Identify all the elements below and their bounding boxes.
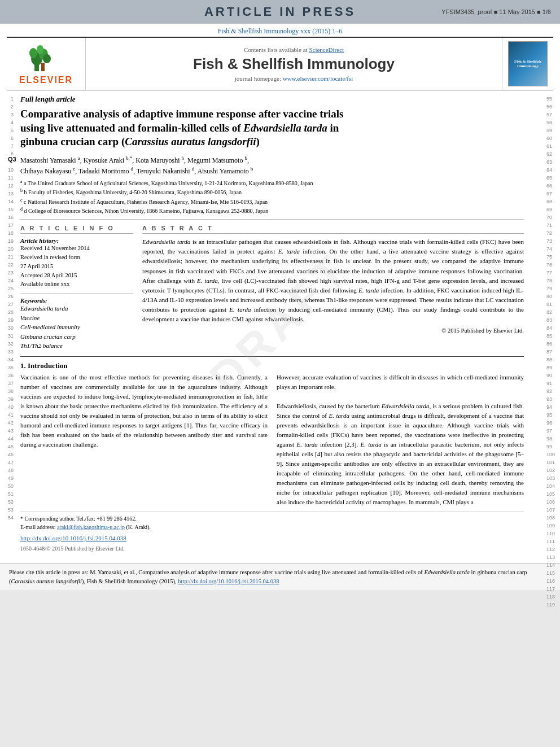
line-number-118: 118	[546, 593, 555, 601]
line-number-62: 62	[546, 150, 552, 158]
line-number-71: 71	[546, 221, 552, 229]
line-number-105: 105	[546, 490, 555, 498]
line-number-94: 94	[546, 403, 552, 411]
line-number-61: 61	[546, 142, 552, 150]
info-divider	[20, 293, 133, 294]
keyword-1: Edwardsiella tarda	[20, 304, 133, 313]
science-direct-link[interactable]: ScienceDirect	[309, 46, 344, 53]
line-number-32: 32	[8, 340, 14, 348]
line-number-25: 25	[8, 285, 14, 292]
line-number-79: 79	[546, 285, 552, 292]
line-number-65: 65	[546, 174, 552, 182]
line-number-43: 43	[8, 427, 14, 435]
email-link[interactable]: araki@fish.kagoshima-u.ac.jp	[57, 524, 125, 530]
abstract-text: Edwardsiella tarda is an intracellular p…	[142, 237, 524, 324]
line-number-64: 64	[546, 166, 552, 174]
line-number-36: 36	[8, 372, 14, 379]
line-number-86: 86	[546, 340, 552, 348]
line-number-37: 37	[8, 379, 14, 387]
journal-homepage-link[interactable]: www.elsevier.com/locate/fsi	[283, 75, 353, 82]
affiliation-a: a a The United Graduate School of Agricu…	[20, 178, 524, 187]
citation-doi-link[interactable]: http://dx.doi.org/10.1016/j.fsi.2015.04.…	[178, 578, 279, 584]
intro-body: Vaccination is one of the most effective…	[20, 373, 524, 508]
line-number-18: 18	[8, 229, 14, 237]
line-number-106: 106	[546, 498, 555, 506]
journal-link-bar: Fish & Shellfish Immunology xxx (2015) 1…	[0, 24, 560, 37]
line-number-109: 109	[546, 522, 555, 530]
line-number-23: 23	[8, 269, 14, 277]
abstract-header: A B S T R A C T	[142, 225, 524, 234]
line-number-47: 47	[8, 458, 14, 466]
intro-heading: 1. Introduction	[20, 361, 524, 370]
line-number-22: 22	[8, 261, 14, 269]
email-note: E-mail address: araki@fish.kagoshima-u.a…	[20, 523, 524, 531]
line-number-115: 115	[546, 569, 555, 577]
journal-header-left: ELSEVIER	[7, 38, 86, 90]
line-number-100: 100	[546, 451, 555, 458]
svg-point-4	[37, 45, 43, 54]
line-number-14: 14	[8, 198, 14, 206]
line-number-24: 24	[8, 277, 14, 285]
page-wrapper: ARTICLE IN PRESS YFSIM3435_proof ■ 11 Ma…	[0, 0, 560, 590]
line-number-26: 26	[8, 292, 14, 300]
line-number-119: 119	[546, 601, 555, 609]
intro-col1: Vaccination is one of the most effective…	[20, 373, 268, 508]
journal-citation: Fish & Shellfish Immunology xxx (2015) 1…	[218, 27, 343, 35]
corresponding-note: * Corresponding author. Tel./fax: +81 99…	[20, 514, 524, 523]
affiliation-b: b b Faculty of Fisheries, Kagoshima Univ…	[20, 187, 524, 196]
line-number-48: 48	[8, 466, 14, 474]
line-number-101: 101	[546, 458, 555, 466]
line-number-33: 33	[8, 348, 14, 356]
line-number-102: 102	[546, 466, 555, 474]
line-number-97: 97	[546, 427, 552, 435]
line-number-103: 103	[546, 474, 555, 482]
line-number-69: 69	[546, 206, 552, 213]
line-number-54: 54	[8, 514, 14, 522]
line-number-30: 30	[8, 324, 14, 332]
line-number-60: 60	[546, 134, 552, 142]
article-in-press-banner: ARTICLE IN PRESS YFSIM3435_proof ■ 11 Ma…	[0, 0, 560, 24]
line-number-114: 114	[546, 561, 555, 569]
line-number-17: 17	[8, 221, 14, 229]
line-number-113: 113	[546, 553, 555, 561]
affiliation-d: d d College of Bioresource Sciences, Nih…	[20, 206, 524, 215]
keyword-3: Cell-mediated immunity	[20, 322, 133, 332]
line-number-45: 45	[8, 443, 14, 451]
line-number-7: 7	[11, 142, 14, 150]
line-number-63: 63	[546, 158, 552, 166]
journal-header-right: Fish & ShellfishImmunology	[502, 38, 553, 90]
article-info-abstract: A R T I C L E I N F O Article history: R…	[20, 225, 524, 350]
line-number-68: 68	[546, 198, 552, 206]
line-number-27: 27	[8, 300, 14, 308]
line-number-42: 42	[8, 419, 14, 427]
line-number-104: 104	[546, 482, 555, 490]
line-number-89: 89	[546, 364, 552, 372]
doi-link[interactable]: http://dx.doi.org/10.1016/j.fsi.2015.04.…	[20, 534, 524, 543]
line-number-98: 98	[546, 435, 552, 443]
line-number-50: 50	[8, 482, 14, 490]
line-number-91: 91	[546, 379, 552, 387]
line-number-20: 20	[8, 245, 14, 253]
line-number-99: 99	[546, 443, 552, 451]
q3-marker: Q3	[8, 155, 16, 164]
journal-header: ELSEVIER Contents lists available at Sci…	[7, 37, 553, 90]
line-number-28: 28	[8, 308, 14, 316]
line-number-6: 6	[11, 134, 14, 142]
right-line-numbers: 5556575859606162636465666768697071727374…	[544, 90, 560, 557]
journal-homepage-text: journal homepage: www.elsevier.com/locat…	[235, 75, 353, 82]
line-number-3: 3	[11, 111, 14, 119]
line-number-13: 13	[8, 190, 14, 198]
line-number-72: 72	[546, 229, 552, 237]
line-number-83: 83	[546, 316, 552, 324]
line-number-93: 93	[546, 395, 552, 403]
issn: 1050-4648/© 2015 Published by Elsevier L…	[20, 544, 524, 553]
keyword-4: Ginbuna crucian carp	[20, 332, 133, 342]
line-number-51: 51	[8, 490, 14, 498]
line-number-116: 116	[546, 577, 555, 585]
line-number-38: 38	[8, 387, 14, 395]
elsevier-tree-icon	[29, 43, 63, 74]
line-number-21: 21	[8, 253, 14, 261]
line-number-110: 110	[546, 530, 555, 538]
line-number-12: 12	[8, 182, 14, 190]
line-number-58: 58	[546, 119, 552, 126]
